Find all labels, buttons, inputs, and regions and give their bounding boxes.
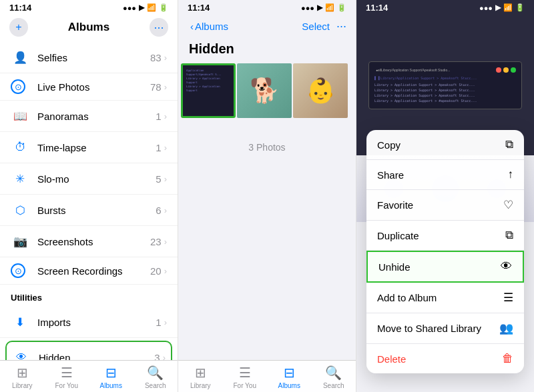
library-tab-icon: ⊞ <box>17 365 28 381</box>
photo-thumbnail-3[interactable]: 👶 <box>293 63 348 118</box>
sidebar-item-hidden[interactable]: 👁 Hidden 3 › <box>5 341 172 360</box>
slomo-icon: ✳ <box>11 169 29 188</box>
add-to-album-menu-item[interactable]: Add to Album ☰ <box>366 283 524 313</box>
sidebar-item-screen-recordings[interactable]: ⊙ Screen Recordings 20 › <box>0 257 178 285</box>
tab-search-mid[interactable]: 🔍 Search <box>312 365 356 389</box>
media-types-list: 👤 Selfies 83 › ⊙ Live Photos 78 › 📖 Pano… <box>0 42 178 360</box>
chevron-icon: › <box>164 317 167 327</box>
imports-icon: ⬇ <box>11 313 29 331</box>
chevron-icon: › <box>164 143 167 153</box>
maximize-dot <box>511 67 516 73</box>
tab-for-you-mid[interactable]: ☰ For You <box>223 365 268 389</box>
minimize-dot <box>503 67 509 73</box>
albums-tab-label: Albums <box>100 382 122 389</box>
context-menu: Copy ⧉ Share ↑ Favorite ♡ Duplicate ⧉ Un… <box>366 130 524 373</box>
delete-icon: 🗑 <box>502 352 513 365</box>
search-tab-label-mid: Search <box>323 382 344 389</box>
sidebar-item-imports[interactable]: ⬇ Imports 1 › <box>0 307 178 338</box>
for-you-tab-label-mid: For You <box>234 382 256 389</box>
select-button[interactable]: Select <box>302 21 330 32</box>
library-tab-label-mid: Library <box>190 382 211 389</box>
tab-for-you-left[interactable]: ☰ For You <box>45 365 89 389</box>
unhide-icon: 👁 <box>501 260 512 273</box>
live-photos-label: Live Photos <box>37 81 150 93</box>
move-to-shared-label: Move to Shared Library <box>377 323 481 334</box>
status-icons-mid: ●●● ▶ 📶 🔋 <box>301 3 346 12</box>
sidebar-item-bursts[interactable]: ⬡ Bursts 6 › <box>0 195 178 226</box>
tab-bar-mid: ⊞ Library ☰ For You ⊟ Albums 🔍 Search <box>178 360 356 392</box>
albums-tab-label-mid: Albums <box>278 382 300 389</box>
search-tab-icon-mid: 🔍 <box>325 365 342 381</box>
chevron-icon: › <box>163 353 166 361</box>
screen-recordings-icon: ⊙ <box>11 263 25 278</box>
sidebar-item-screenshots[interactable]: 📷 Screenshots 23 › <box>0 226 178 257</box>
time-right: 11:14 <box>366 3 388 13</box>
right-panel: 11:14 ●●● ▶ 📶 🔋 ●ellLibrary/Application … <box>356 0 534 392</box>
sidebar-item-panoramas[interactable]: 📖 Panoramas 1 › <box>0 101 178 132</box>
move-to-shared-icon: 👥 <box>499 321 513 335</box>
tab-albums-left[interactable]: ⊟ Albums <box>89 365 134 389</box>
back-to-albums-button[interactable]: ‹ Albums <box>188 18 231 35</box>
favorite-menu-item[interactable]: Favorite ♡ <box>366 190 524 221</box>
utilities-section-title: Utilities <box>0 285 178 307</box>
duplicate-menu-item[interactable]: Duplicate ⧉ <box>366 221 524 251</box>
copy-menu-item[interactable]: Copy ⧉ <box>366 130 524 160</box>
albums-title: Albums <box>28 21 150 34</box>
albums-header: + Albums ··· <box>0 15 178 42</box>
terminal-window: ●ellLibrary/Application Support/Apeaksof… <box>368 61 522 109</box>
search-tab-icon: 🔍 <box>147 365 164 381</box>
for-you-tab-icon-mid: ☰ <box>239 365 251 381</box>
tab-albums-mid[interactable]: ⊟ Albums <box>267 365 312 389</box>
live-photos-icon: ⊙ <box>11 79 25 94</box>
panoramas-icon: 📖 <box>11 107 29 125</box>
panoramas-label: Panoramas <box>37 111 156 122</box>
terminal-content: Application Support/Apeaksoft S... Libra… <box>186 69 230 93</box>
more-button-left[interactable]: ··· <box>150 18 168 37</box>
share-label: Share <box>377 169 404 181</box>
duplicate-label: Duplicate <box>377 230 419 241</box>
terminal-titlebar: ●ellLibrary/Application Support/Apeaksof… <box>374 67 516 73</box>
chevron-icon: › <box>164 53 167 63</box>
terminal-body: ▋ ▌Library/Application Support > Apeakso… <box>374 75 516 103</box>
add-button[interactable]: + <box>9 18 28 37</box>
sidebar-item-selfies[interactable]: 👤 Selfies 83 › <box>0 42 178 73</box>
move-to-shared-menu-item[interactable]: Move to Shared Library 👥 <box>366 313 524 344</box>
tab-bar-left: ⊞ Library ☰ For You ⊟ Albums 🔍 Search <box>0 360 178 392</box>
unhide-menu-item[interactable]: Unhide 👁 <box>366 251 524 283</box>
photo-thumbnail-2[interactable]: 🐕 <box>237 63 292 118</box>
duplicate-icon: ⧉ <box>505 229 513 242</box>
tab-library-mid[interactable]: ⊞ Library <box>178 365 223 389</box>
time-left: 11:14 <box>9 3 31 13</box>
chevron-icon: › <box>164 237 167 247</box>
sidebar-item-timelapse[interactable]: ⏱ Time-lapse 1 › <box>0 132 178 163</box>
chevron-icon: › <box>164 82 167 92</box>
sidebar-item-live-photos[interactable]: ⊙ Live Photos 78 › <box>0 73 178 101</box>
timelapse-icon: ⏱ <box>11 138 29 157</box>
screenshots-label: Screenshots <box>37 236 150 247</box>
hidden-album-title: Hidden <box>178 39 356 63</box>
delete-menu-item[interactable]: Delete 🗑 <box>366 344 524 373</box>
slomo-label: Slo-mo <box>37 173 156 185</box>
bursts-icon: ⬡ <box>11 201 29 219</box>
chevron-icon: › <box>164 266 167 276</box>
more-button-mid[interactable]: ··· <box>336 19 346 33</box>
imports-label: Imports <box>37 317 156 328</box>
selfies-label: Selfies <box>37 52 150 63</box>
photo-thumbnail-1[interactable]: Application Support/Apeaksoft S... Libra… <box>181 63 236 118</box>
tab-library-left[interactable]: ⊞ Library <box>0 365 45 389</box>
photo-count-label: 3 Photos <box>178 131 356 163</box>
unhide-label: Unhide <box>378 261 411 273</box>
sidebar-item-slomo[interactable]: ✳ Slo-mo 5 › <box>0 163 178 195</box>
timelapse-label: Time-lapse <box>37 142 156 153</box>
share-menu-item[interactable]: Share ↑ <box>366 160 524 190</box>
tab-search-left[interactable]: 🔍 Search <box>134 365 178 389</box>
status-bar-mid: 11:14 ●●● ▶ 📶 🔋 <box>178 0 356 15</box>
bursts-label: Bursts <box>37 205 156 216</box>
status-icons-right: ●●● ▶ 📶 🔋 <box>479 3 525 12</box>
status-icons-left: ●●● ▶ 📶 🔋 <box>123 3 168 12</box>
for-you-tab-icon: ☰ <box>61 365 73 381</box>
copy-label: Copy <box>377 139 400 151</box>
status-bar-left: 11:14 ●●● ▶ 📶 🔋 <box>0 0 178 15</box>
chevron-icon: › <box>164 111 167 121</box>
favorite-icon: ♡ <box>503 198 513 212</box>
